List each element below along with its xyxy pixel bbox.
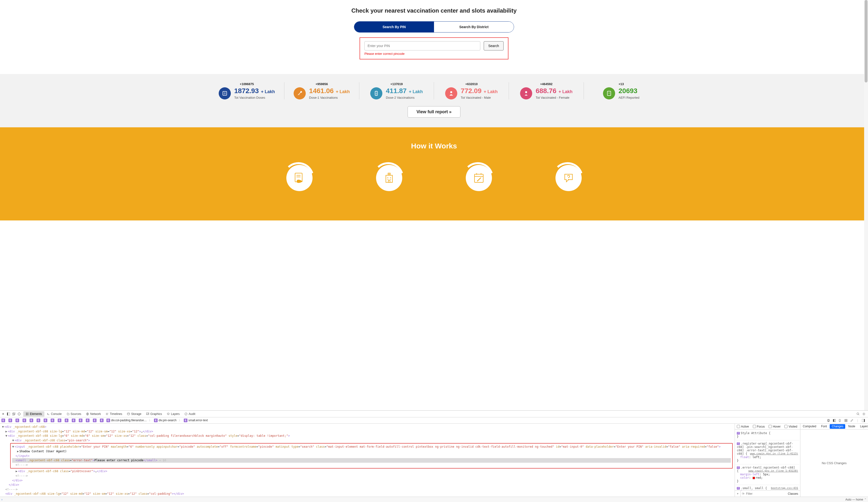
page-headline: Check your nearest vaccination center an… [0,7,868,14]
stat-cell: +632010772.09 + LakhTot Vaccinated - Mal… [434,82,509,100]
hospital-icon [383,172,396,185]
stat-label: Tot Vaccinated - Female [536,96,569,100]
stat-value: 772.09 [461,87,482,95]
stats-band: +10968751872.93 + LakhTot Vaccination Do… [0,74,868,127]
stat-unit: + Lakh [260,89,275,94]
pin-search-column: Please enter correct pincode [364,41,480,55]
svg-rect-30 [475,174,483,182]
svg-line-6 [299,94,300,95]
how-it-works-band: How it Works [0,127,868,221]
how-it-works-row [0,160,868,196]
stat-value: 1461.06 [309,87,334,95]
svg-point-11 [525,91,527,93]
svg-point-37 [479,178,480,179]
svg-point-39 [568,180,569,180]
stat-delta: +1096875 [240,82,254,86]
how-step-help [550,160,587,196]
page-scrollbar-track[interactable] [864,0,868,221]
stat-icon [219,87,231,100]
how-step-center [371,160,407,196]
stat-value: 411.87 [386,87,406,95]
svg-rect-12 [607,91,611,95]
stat-label: Dose-1 Vaccinations [309,96,338,100]
stat-unit: + Lakh [483,89,498,94]
search-mode-pill: Search By PIN Search By District [354,21,514,32]
how-it-works-title: How it Works [0,142,868,150]
stat-cell: +1320693AEFI Reported [584,82,659,100]
stats-row: +10968751872.93 + LakhTot Vaccination Do… [206,82,662,100]
svg-point-35 [477,181,478,181]
how-step-register [281,160,318,196]
stat-delta: +632010 [465,82,478,86]
stat-label: Tot Vaccination Doses [234,96,265,100]
svg-rect-28 [389,180,390,182]
svg-point-10 [450,91,452,93]
stat-icon [603,87,615,100]
stat-delta: +464592 [540,82,552,86]
vaccination-search-section: Check your nearest vaccination center an… [0,0,868,74]
view-report-wrap: View full report » [0,106,868,117]
stat-unit: + Lakh [407,89,423,94]
stat-cell: +464592688.76 + LakhTot Vaccinated - Fem… [509,82,584,100]
stat-icon [520,87,532,100]
pin-search-highlight-box: Please enter correct pincode Search [360,37,508,59]
stat-value: 1872.93 [234,87,259,95]
search-button[interactable]: Search [484,41,504,50]
svg-point-36 [479,180,479,180]
stat-delta: +13 [619,82,624,86]
page-scrollbar-thumb[interactable] [865,0,868,82]
stat-cell: +10968751872.93 + LakhTot Vaccination Do… [209,82,285,100]
document-card-icon [293,172,306,185]
pin-error-text: Please enter correct pincode [364,52,480,55]
stat-cell: +137019411.87 + LakhDose-2 Vaccinations [359,82,434,100]
stat-label: AEFI Reported [619,96,639,100]
stat-label: Tot Vaccinated - Male [461,96,491,100]
stat-label: Dose-2 Vaccinations [386,96,414,100]
stat-delta: +137019 [390,82,403,86]
tab-search-by-district[interactable]: Search By District [434,22,514,32]
stat-cell: +9598561461.06 + LakhDose-1 Vaccinations [285,82,359,100]
pin-input[interactable] [364,41,480,50]
stat-unit: + Lakh [334,89,350,94]
stat-icon [445,87,457,100]
stat-icon [370,87,382,100]
stat-value: 688.76 [536,87,556,95]
tab-search-by-pin[interactable]: Search By PIN [354,22,434,32]
question-bubble-icon [562,172,575,185]
svg-rect-20 [386,175,393,182]
how-step-schedule [461,160,497,196]
stat-value: 20693 [619,87,638,95]
calendar-syringe-icon [472,172,485,185]
search-mode-tabs: Search By PIN Search By District [0,21,868,32]
view-full-report-link[interactable]: View full report » [407,106,461,117]
stat-unit: + Lakh [557,89,573,94]
stat-delta: +959856 [316,82,328,86]
stat-icon [293,87,306,100]
